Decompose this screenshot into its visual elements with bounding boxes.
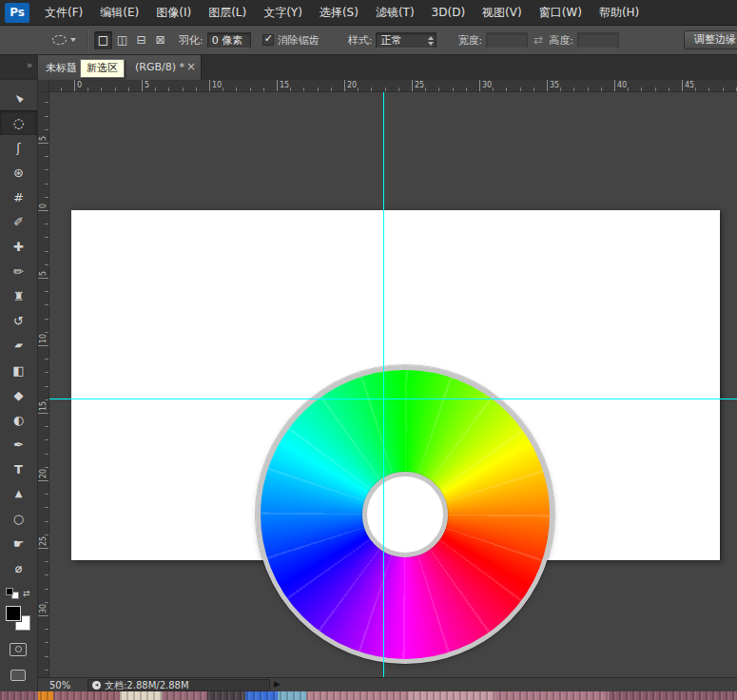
swap-dimensions-icon[interactable]: ⇄ — [533, 33, 543, 47]
elliptical-marquee-tool[interactable]: ◌ — [0, 110, 37, 135]
intersect-selection-button[interactable]: ⊠ — [151, 31, 169, 49]
ruler-label: 40 — [617, 81, 627, 89]
ruler-tick — [45, 535, 48, 535]
ruler-tick — [223, 88, 223, 91]
guide-vertical[interactable] — [383, 92, 384, 677]
ruler-tick — [479, 80, 480, 91]
tab-bar: 未标题 (RGB/8) * × — [38, 55, 737, 80]
intersect-selection-icon: ⊠ — [155, 33, 165, 47]
ruler-tick — [236, 88, 237, 91]
refine-edge-button[interactable]: 调整边缘 — [684, 30, 737, 49]
clone-stamp-tool[interactable]: ♜ — [0, 283, 37, 308]
zoom-tool[interactable]: ⌀ — [0, 555, 37, 580]
antialias-checkbox[interactable] — [262, 34, 274, 46]
path-selection-tool[interactable]: ▲ — [0, 481, 37, 506]
default-colors-icon[interactable] — [6, 588, 19, 599]
menu-filter[interactable]: 滤镜(T) — [367, 0, 423, 26]
canvas-area[interactable] — [49, 92, 737, 677]
ruler-tick — [38, 278, 48, 279]
menu-select[interactable]: 选择(S) — [311, 0, 367, 26]
ruler-tick — [38, 548, 48, 549]
ruler-tick — [45, 589, 48, 590]
horizontal-ruler[interactable]: 051015202530354045 — [49, 80, 737, 92]
gradient-tool[interactable]: ◧ — [0, 358, 37, 382]
doc-info-text: 文档:2.88M/2.88M — [105, 679, 189, 692]
ruler-tick — [398, 88, 399, 91]
ruler-tick — [209, 80, 210, 91]
marquee-ellipse-icon: ◌ — [13, 117, 24, 129]
ruler-tick — [371, 88, 372, 91]
feather-input[interactable]: 0 像素 — [207, 32, 251, 49]
eraser-icon: ▰ — [13, 340, 24, 350]
ruler-tick — [45, 304, 48, 305]
status-bar: 50% 文档:2.88M/2.88M — [38, 677, 737, 691]
tool-panel: » ►◌ʃ⊛#✐✚✏♜↺▰◧◆◐✒T▲○☛⌀ — [0, 55, 38, 691]
menu-items: 文件(F)编辑(E)图像(I)图层(L)文字(Y)选择(S)滤镜(T)3D(D)… — [36, 0, 648, 26]
swap-colors-icon[interactable] — [23, 589, 30, 598]
ruler-tick — [45, 319, 48, 320]
zoom-level-field[interactable]: 50% — [49, 680, 70, 690]
eyedropper-tool[interactable]: ✐ — [0, 209, 37, 234]
quick-selection-tool[interactable]: ⊛ — [0, 160, 37, 185]
vertical-ruler[interactable]: 5051015202530 — [38, 92, 49, 677]
document-canvas[interactable] — [71, 210, 720, 560]
ruler-tick — [38, 413, 48, 414]
ruler-tick — [723, 88, 724, 91]
menu-edit[interactable]: 编辑(E) — [91, 0, 147, 26]
subtract-from-selection-button[interactable]: ⊟ — [132, 31, 150, 49]
menu-type[interactable]: 文字(Y) — [255, 0, 311, 26]
toolbar-collapse-button[interactable]: » — [0, 55, 37, 80]
ruler-tick — [358, 88, 359, 91]
ruler-tick — [45, 197, 48, 198]
ruler-tick — [38, 143, 48, 144]
add-to-selection-button[interactable]: ◫ — [113, 31, 131, 49]
hand-tool[interactable]: ☛ — [0, 531, 37, 555]
style-select[interactable]: 正常 — [376, 32, 436, 49]
dodge-tool[interactable]: ◐ — [0, 407, 37, 432]
spot-healing-brush-tool[interactable]: ✚ — [0, 234, 37, 259]
eraser-tool[interactable]: ▰ — [0, 333, 37, 358]
type-tool[interactable]: T — [0, 457, 37, 481]
history-brush-tool[interactable]: ↺ — [0, 308, 37, 333]
move-tool[interactable]: ► — [0, 86, 37, 110]
ruler-tick — [168, 88, 169, 91]
blur-tool[interactable]: ◆ — [0, 382, 37, 407]
new-selection-button[interactable]: □ — [94, 31, 112, 49]
brush-tool[interactable]: ✏ — [0, 259, 37, 283]
ruler-tick — [708, 88, 709, 91]
menu-image[interactable]: 图像(I) — [147, 0, 200, 26]
ruler-tick — [45, 237, 48, 238]
crop-tool[interactable]: # — [0, 185, 37, 209]
spinner-icon[interactable] — [428, 36, 434, 46]
menu-file[interactable]: 文件(F) — [36, 0, 91, 26]
ellipse-tool[interactable]: ○ — [0, 506, 37, 531]
selection-mode-group: □◫⊟⊠ — [94, 31, 169, 49]
menu-view[interactable]: 视图(V) — [474, 0, 531, 26]
ruler-tick — [520, 88, 521, 91]
height-input[interactable] — [577, 32, 619, 49]
width-input[interactable] — [486, 32, 528, 49]
ruler-tick — [318, 88, 319, 91]
ruler-tick — [669, 88, 669, 91]
status-flyout-arrow[interactable] — [274, 679, 281, 689]
lasso-tool[interactable]: ʃ — [0, 135, 37, 160]
guide-horizontal[interactable] — [49, 399, 737, 399]
menu-help[interactable]: 帮助(H) — [591, 0, 648, 26]
ruler-tick — [45, 642, 48, 643]
quick-mask-button[interactable] — [10, 643, 27, 656]
doc-info-panel[interactable]: 文档:2.88M/2.88M — [87, 679, 270, 691]
ruler-tick — [45, 656, 48, 657]
ruler-label: 20 — [347, 81, 357, 89]
zoom-icon: ⌀ — [15, 562, 23, 574]
tool-preset-button[interactable] — [48, 29, 81, 51]
tab-close-button[interactable]: × — [186, 60, 196, 73]
menu-layer[interactable]: 图层(L) — [200, 0, 255, 26]
menu-window[interactable]: 窗口(W) — [531, 0, 591, 26]
ruler-tick — [45, 116, 48, 117]
pen-tool[interactable]: ✒ — [0, 432, 37, 457]
gradient-icon: ◧ — [12, 364, 24, 377]
foreground-color-swatch[interactable] — [6, 606, 21, 621]
menu-3d[interactable]: 3D(D) — [423, 0, 474, 26]
ruler-tick — [263, 88, 264, 91]
screen-mode-button[interactable] — [10, 670, 26, 681]
